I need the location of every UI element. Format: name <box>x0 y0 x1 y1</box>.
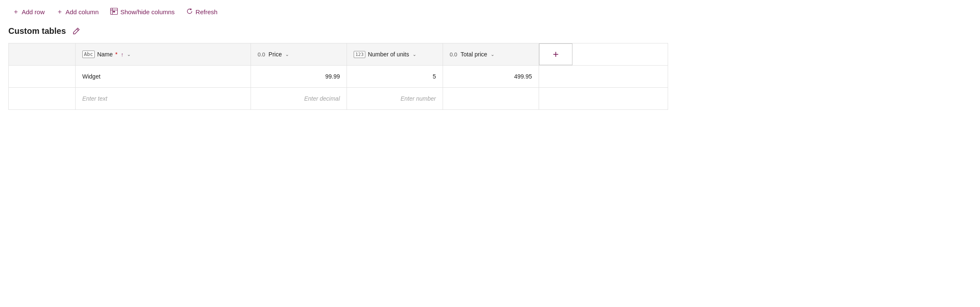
add-column-button[interactable]: ＋ Add column <box>52 5 103 19</box>
show-hide-label: Show/hide columns <box>120 8 175 15</box>
custom-table: Abc Name * ↑ ⌄ 0.0 Price ⌄ 123 Number of… <box>8 43 668 110</box>
pencil-icon <box>73 27 80 35</box>
name-type-icon: Abc <box>82 51 95 58</box>
refresh-label: Refresh <box>195 8 218 15</box>
add-column-label: Add column <box>66 8 99 15</box>
plus-icon: ＋ <box>13 8 19 16</box>
table-row: Widget 99.99 5 499.95 <box>9 66 668 88</box>
cell-name-value: Widget <box>82 73 101 80</box>
cell-name-empty[interactable]: Enter text <box>76 88 251 109</box>
add-col-plus-icon: + <box>553 48 559 60</box>
name-placeholder: Enter text <box>82 95 107 102</box>
required-star: * <box>115 51 117 58</box>
cell-name[interactable]: Widget <box>76 66 251 87</box>
col-header-name[interactable]: Abc Name * ↑ ⌄ <box>76 43 251 65</box>
edit-title-button[interactable] <box>71 25 82 36</box>
refresh-icon <box>186 8 193 16</box>
cell-units-value: 5 <box>433 73 436 80</box>
add-column-plus-button[interactable]: + <box>539 43 572 65</box>
cell-price-value: 99.99 <box>325 73 340 80</box>
price-type-icon: 0.0 <box>258 51 265 58</box>
col-total-label: Total price <box>461 51 487 58</box>
empty-row-gutter <box>9 88 76 109</box>
cell-price[interactable]: 99.99 <box>251 66 347 87</box>
add-row-label: Add row <box>22 8 45 15</box>
col-price-chevron: ⌄ <box>285 52 289 57</box>
col-header-units[interactable]: 123 Number of units ⌄ <box>347 43 443 65</box>
show-hide-button[interactable]: Show/hide columns <box>106 5 179 19</box>
plus-icon-2: ＋ <box>56 8 63 16</box>
col-units-chevron: ⌄ <box>413 52 416 57</box>
col-price-label: Price <box>268 51 282 58</box>
cell-empty-extra <box>539 88 572 109</box>
col-header-total[interactable]: 0.0 Total price ⌄ <box>443 43 539 65</box>
sort-up-icon: ↑ <box>121 51 124 58</box>
header-gutter <box>9 43 76 65</box>
add-row-button[interactable]: ＋ Add row <box>8 5 49 19</box>
cell-total-value: 499.95 <box>514 73 532 80</box>
cell-price-empty[interactable]: Enter decimal <box>251 88 347 109</box>
show-hide-icon <box>110 8 118 16</box>
cell-units-empty[interactable]: Enter number <box>347 88 443 109</box>
units-type-icon: 123 <box>354 51 365 58</box>
refresh-button[interactable]: Refresh <box>182 5 222 19</box>
price-placeholder: Enter decimal <box>304 95 340 102</box>
table-empty-row: Enter text Enter decimal Enter number <box>9 88 668 109</box>
row-gutter <box>9 66 76 87</box>
table-header: Abc Name * ↑ ⌄ 0.0 Price ⌄ 123 Number of… <box>9 43 668 66</box>
cell-row-extra <box>539 66 572 87</box>
page-title: Custom tables <box>8 26 66 36</box>
cell-units[interactable]: 5 <box>347 66 443 87</box>
units-placeholder: Enter number <box>400 95 436 102</box>
col-header-price[interactable]: 0.0 Price ⌄ <box>251 43 347 65</box>
cell-total[interactable]: 499.95 <box>443 66 539 87</box>
page-title-row: Custom tables <box>8 25 972 36</box>
col-units-label: Number of units <box>368 51 409 58</box>
col-name-chevron: ⌄ <box>127 52 131 57</box>
col-name-label: Name <box>97 51 113 58</box>
col-total-chevron: ⌄ <box>491 52 494 57</box>
toolbar: ＋ Add row ＋ Add column Show/hide columns… <box>8 5 972 19</box>
total-type-icon: 0.0 <box>450 51 457 58</box>
svg-line-4 <box>77 29 79 31</box>
cell-total-empty <box>443 88 539 109</box>
